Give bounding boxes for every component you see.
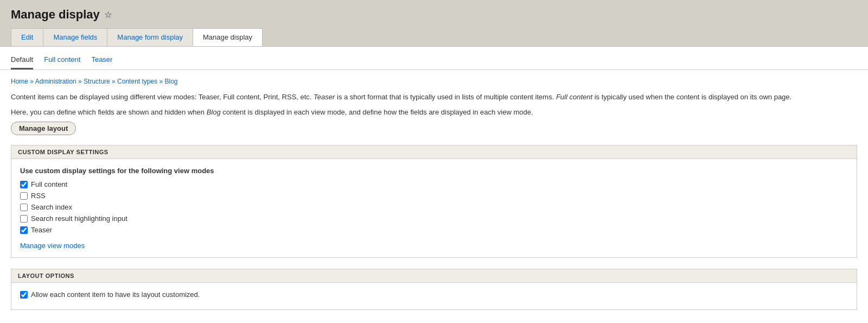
custom-display-section-header: CUSTOM DISPLAY SETTINGS [11, 145, 857, 159]
checkbox-rss-label: RSS [31, 192, 46, 200]
checkbox-teaser-input[interactable] [20, 226, 28, 234]
sub-tab-default[interactable]: Default [11, 52, 33, 69]
breadcrumb-administration[interactable]: Administration [35, 78, 76, 85]
sub-tab-full-content[interactable]: Full content [44, 52, 80, 69]
breadcrumb: Home » Administration » Structure » Cont… [11, 78, 857, 85]
breadcrumb-blog[interactable]: Blog [165, 78, 178, 85]
layout-options-section: LAYOUT OPTIONS Allow each content item t… [11, 269, 857, 310]
checkbox-search-index-input[interactable] [20, 204, 28, 211]
content-area: Home » Administration » Structure » Cont… [0, 70, 868, 323]
checkbox-full-content: Full content [20, 180, 848, 188]
breadcrumb-home[interactable]: Home [11, 78, 28, 85]
custom-display-section: CUSTOM DISPLAY SETTINGS Use custom displ… [11, 145, 857, 258]
tab-edit[interactable]: Edit [11, 28, 43, 46]
page-header: Manage display ☆ Edit Manage fields Mana… [0, 0, 868, 46]
page-title-text: Manage display [11, 8, 100, 22]
checkbox-full-content-label: Full content [31, 180, 67, 188]
checkbox-rss-input[interactable] [20, 192, 28, 200]
page-title: Manage display ☆ [11, 8, 857, 22]
tabs-nav: Edit Manage fields Manage form display M… [11, 28, 857, 46]
sub-tabs: Default Full content Teaser [0, 47, 868, 70]
breadcrumb-structure[interactable]: Structure [84, 78, 110, 85]
checkbox-search-index: Search index [20, 203, 848, 211]
layout-options-section-body: Allow each content item to have its layo… [11, 283, 857, 309]
sub-tab-teaser[interactable]: Teaser [91, 52, 112, 69]
description-line2: Here, you can define which fields are sh… [11, 107, 857, 118]
checkbox-allow-layout-input[interactable] [20, 291, 28, 299]
checkbox-full-content-input[interactable] [20, 181, 28, 188]
tab-manage-form-display[interactable]: Manage form display [107, 28, 193, 46]
checkbox-teaser-label: Teaser [31, 226, 52, 234]
tab-manage-display[interactable]: Manage display [193, 28, 263, 46]
checkbox-allow-layout: Allow each content item to have its layo… [20, 290, 848, 299]
manage-layout-button[interactable]: Manage layout [11, 122, 76, 135]
checkbox-search-result-highlighting-label: Search result highlighting input [31, 214, 127, 223]
checkbox-search-result-highlighting: Search result highlighting input [20, 214, 848, 223]
checkbox-search-result-highlighting-input[interactable] [20, 215, 28, 223]
main-content: Default Full content Teaser Home » Admin… [0, 46, 868, 323]
checkbox-search-index-label: Search index [31, 203, 72, 211]
checkbox-teaser: Teaser [20, 226, 848, 234]
breadcrumb-content-types[interactable]: Content types [117, 78, 157, 85]
description-line1: Content items can be displayed using dif… [11, 92, 857, 103]
custom-display-section-body: Use custom display settings for the foll… [11, 159, 857, 257]
tab-manage-fields[interactable]: Manage fields [43, 28, 107, 46]
checkbox-rss: RSS [20, 192, 848, 200]
custom-display-subtitle: Use custom display settings for the foll… [20, 167, 848, 175]
checkbox-allow-layout-label: Allow each content item to have its layo… [31, 290, 200, 299]
star-icon[interactable]: ☆ [104, 10, 112, 20]
manage-view-modes-link[interactable]: Manage view modes [20, 242, 85, 250]
layout-options-section-header: LAYOUT OPTIONS [11, 269, 857, 283]
